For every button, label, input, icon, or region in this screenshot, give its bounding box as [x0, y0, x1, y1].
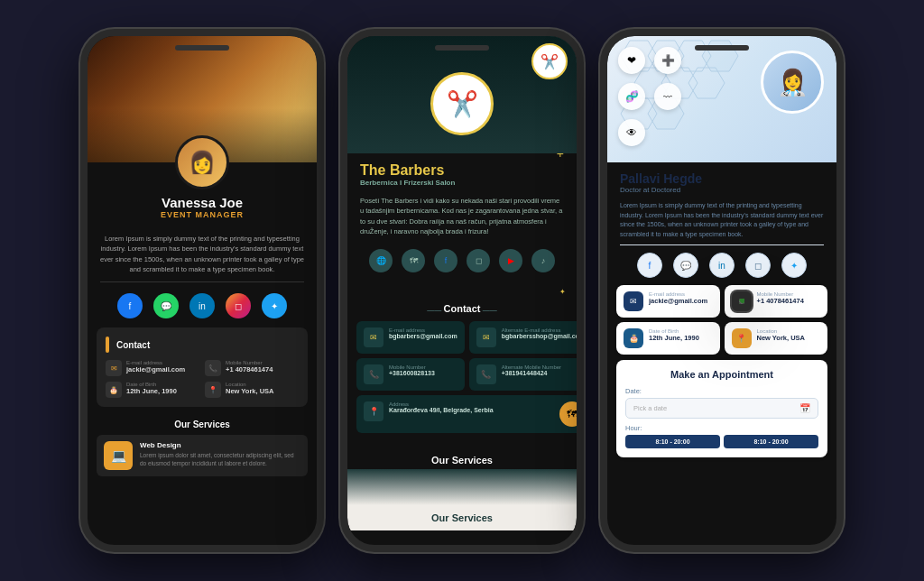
p2-map-icon[interactable]: 🗺: [402, 249, 425, 272]
p1-mobile-value: +1 4078461474: [226, 365, 273, 374]
p2-social-row: 🌐 🗺 f ◻ ▶ ♪: [347, 244, 577, 281]
p3-location-text: Location New York, USA: [757, 328, 806, 342]
p1-contact-title: Contact: [116, 340, 150, 350]
p2-address-card: 📍 Address Karađorđeva 49/I, Belgrade, Se…: [356, 395, 577, 433]
phone-2: ✂️ ✂️ The Barbers + Berbernica I Frizers…: [340, 29, 584, 552]
p2-mobile-icon: 📞: [364, 364, 383, 384]
p3-social-row: f 💬 in ◻ ✦: [607, 245, 836, 285]
p1-dob-item: 🎂 Date of Birth 12th June, 1990: [106, 382, 199, 398]
p2-address-text: Address Karađorđeva 49/I, Belgrade, Serb…: [389, 401, 494, 413]
p2-wave-divider: [347, 469, 577, 505]
p2-email-icon: ✉: [364, 327, 383, 347]
p2-address-icon: 📍: [364, 401, 383, 421]
p3-date-label: Date:: [625, 387, 818, 395]
p1-email-item: ✉ E-mail address jackie@gmail.com: [106, 360, 199, 376]
p1-dob-icon: 🎂: [106, 382, 122, 398]
p2-alt-email-text: Alternate E-mail address bgbarbersshop@g…: [502, 327, 577, 339]
p2-services-section: Our Services: [347, 440, 577, 469]
p1-bio: Lorem Ipsum is simply dummy text of the …: [88, 226, 317, 281]
p1-mobile-text: Mobile Number +1 4078461474: [226, 360, 273, 374]
p2-alt-mobile-card: 📞 Alternate Mobile Number +381941448424: [469, 358, 577, 391]
p3-hour-grid: 8:10 - 20:00 8:10 - 20:00: [625, 435, 818, 448]
p2-brand-sub: Berbernica I Frizerski Salon: [360, 179, 564, 187]
p3-mobile-card: 📞 Mobile Number +1 4078461474: [725, 285, 828, 318]
p1-email-icon: ✉: [106, 360, 122, 376]
p3-plus-icon: ➕: [654, 47, 681, 74]
phone-3: ❤ ➕ 🧬 〰 👁 👩‍⚕️ Pallavi Hegde Doctor at D…: [600, 29, 844, 552]
p3-linkedin-icon[interactable]: in: [709, 253, 735, 278]
p3-location-icon: 📍: [732, 328, 752, 348]
p3-email-card: ✉ E-mail address jackie@gmail.com: [616, 285, 720, 318]
p2-instagram-icon[interactable]: ◻: [467, 249, 490, 272]
p3-email-value: jackie@gmail.com: [649, 297, 707, 305]
p3-bio: Lorem Ipsum is simply dummy text of the …: [607, 198, 836, 244]
p1-location-icon: 📍: [205, 382, 221, 398]
phone-3-screen: ❤ ➕ 🧬 〰 👁 👩‍⚕️ Pallavi Hegde Doctor at D…: [607, 36, 836, 545]
p3-instagram-icon[interactable]: ◻: [745, 253, 771, 278]
p3-date-input[interactable]: Pick a date 📅: [625, 398, 818, 419]
p1-mobile-item: 📞 Mobile Number +1 4078461474: [205, 360, 299, 376]
p3-medical-icons-grid: ❤ ➕ 🧬 〰 👁: [618, 47, 681, 146]
p2-email-value: bgbarbers@gmail.com: [389, 333, 457, 339]
p3-location-value: New York, USA: [757, 334, 806, 342]
p1-services-section: Our Services 💻 Web Design Lorem ipsum do…: [97, 414, 308, 476]
p3-whatsapp-icon[interactable]: 💬: [673, 253, 698, 278]
p2-contact-section: Contact ✉ E-mail address bgbarbers@gmail…: [356, 298, 568, 433]
p1-whatsapp-icon[interactable]: 💬: [153, 293, 179, 318]
p3-email-text: E-mail address jackie@gmail.com: [649, 291, 707, 305]
p2-services-title: Our Services: [356, 447, 568, 469]
p1-facebook-icon[interactable]: f: [117, 293, 143, 318]
p2-brand-name: The Barbers: [360, 162, 444, 178]
p2-brand: The Barbers + Berbernica I Frizerski Sal…: [347, 153, 577, 192]
p1-dob-text: Date of Birth 12th June, 1990: [126, 382, 177, 395]
p2-mobile-card: 📞 Mobile Number +381600828133: [356, 358, 465, 391]
p3-mobile-icon: 📞: [732, 291, 752, 311]
p3-name: Pallavi Hegde: [620, 171, 824, 186]
phone-2-screen: ✂️ ✂️ The Barbers + Berbernica I Frizers…: [347, 36, 577, 545]
p2-mobile-value: +381600828133: [389, 370, 435, 376]
p3-date-placeholder: Pick a date: [633, 404, 667, 412]
svg-marker-6: [688, 68, 725, 98]
p2-youtube-icon[interactable]: ▶: [499, 249, 522, 272]
p1-instagram-icon[interactable]: ◻: [226, 293, 251, 318]
p1-social-row: f 💬 in ◻ ✦: [88, 288, 317, 327]
p1-location-text: Location New York, USA: [226, 382, 274, 395]
p3-hour-btn-2[interactable]: 8:10 - 20:00: [724, 435, 818, 448]
p3-facebook-icon[interactable]: f: [637, 253, 662, 278]
p1-linkedin-icon[interactable]: in: [189, 293, 215, 318]
p2-address-value: Karađorđeva 49/I, Belgrade, Serbia: [389, 407, 494, 413]
p2-address-content: 📍 Address Karađorđeva 49/I, Belgrade, Se…: [364, 401, 494, 421]
p1-service-title: Web Design: [140, 441, 300, 449]
p2-hero: ✂️ ✂️: [347, 36, 577, 153]
p1-profile: 👩 Vanessa Joe Event Manager: [88, 135, 317, 226]
p2-contact-grid: ✉ E-mail address bgbarbers@gmail.com ✉ A…: [356, 321, 568, 433]
p1-mobile-icon: 📞: [205, 360, 221, 376]
p3-hour-btn-1[interactable]: 8:10 - 20:00: [625, 435, 720, 448]
p1-dob-value: 12th June, 1990: [126, 387, 177, 395]
p3-hero: ❤ ➕ 🧬 〰 👁 👩‍⚕️: [607, 36, 836, 162]
p2-alt-email-value: bgbarbersshop@gmail.com: [502, 333, 577, 339]
p1-twitter-icon[interactable]: ✦: [262, 293, 287, 318]
p2-facebook-icon[interactable]: f: [434, 249, 457, 272]
p3-mobile-value: +1 4078461474: [757, 297, 804, 305]
p3-twitter-icon[interactable]: ✦: [781, 253, 807, 278]
p3-appointment-title: Make an Appointment: [625, 369, 818, 380]
p3-role: Doctor at Doctored: [620, 186, 824, 194]
p2-desc: Posetí The Barbers i vidi kako su nekada…: [347, 192, 577, 244]
p2-tiktok-icon[interactable]: ♪: [531, 249, 555, 272]
phone-1: 👩 Vanessa Joe Event Manager Lorem Ipsum …: [80, 29, 324, 552]
p1-service-desc: Lorem ipsum dolor sit amet, consectetur …: [140, 451, 300, 467]
p2-alt-mobile-value: +381941448424: [502, 370, 561, 376]
p3-avatar-container: 👩‍⚕️: [761, 51, 824, 114]
p3-dob-text: Date of Birth 12th June, 1990: [649, 328, 699, 342]
p1-role: Event Manager: [161, 210, 244, 219]
p2-email-card: ✉ E-mail address bgbarbers@gmail.com: [356, 321, 465, 354]
p1-services-title: Our Services: [97, 414, 308, 435]
p2-services-bottom: Our Services: [347, 505, 577, 530]
p2-services-bottom-title: Our Services: [360, 512, 564, 523]
p2-alt-mobile-icon: 📞: [476, 364, 496, 384]
p2-globe-icon[interactable]: 🌐: [369, 249, 393, 272]
p3-calendar-icon: 📅: [799, 403, 810, 413]
p2-map-circle-icon[interactable]: 🗺: [559, 401, 577, 427]
p3-eye-icon: 👁: [618, 119, 645, 146]
